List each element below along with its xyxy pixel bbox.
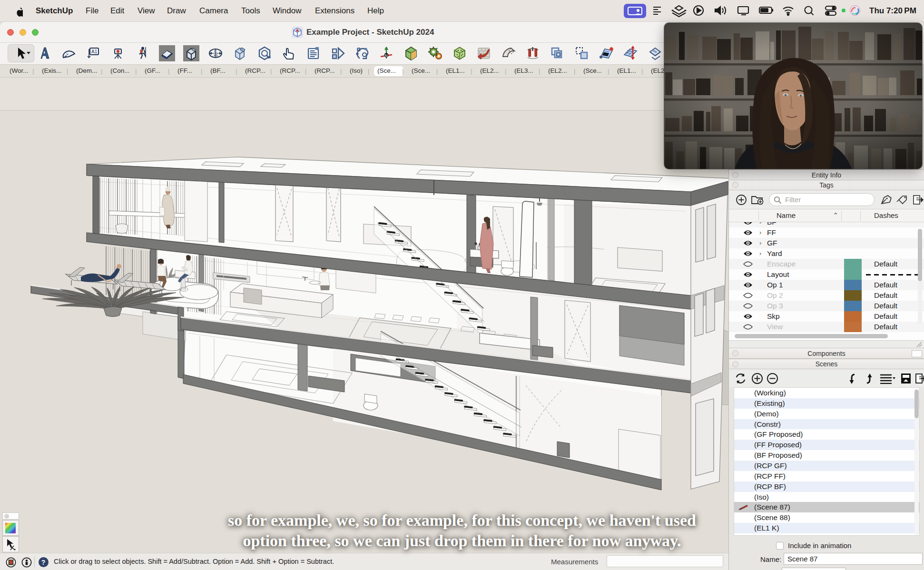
svg-text:N: N xyxy=(385,53,388,58)
svg-text:A1: A1 xyxy=(91,49,98,54)
svg-text:A6: A6 xyxy=(214,54,218,57)
svg-text:?: ? xyxy=(41,559,46,566)
svg-text:C: C xyxy=(214,49,217,53)
